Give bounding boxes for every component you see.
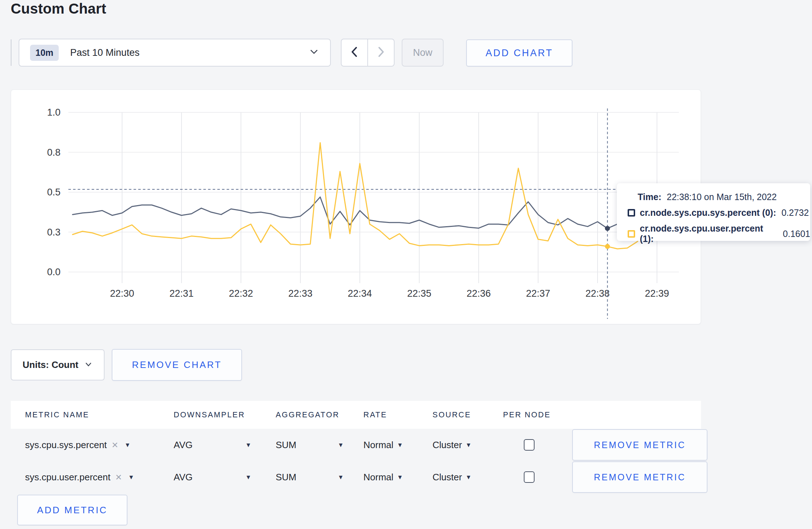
downsampler-value: AVG [174,472,193,483]
header-downsampler: DOWNSAMPLER [174,411,276,419]
rate-value: Normal [363,472,393,483]
svg-text:0.5: 0.5 [47,187,61,198]
downsampler-select[interactable]: AVG ▼ [174,472,276,483]
dropdown-caret-icon: ▼ [245,442,251,448]
metrics-table-header: METRIC NAME DOWNSAMPLER AGGREGATOR RATE … [11,401,701,429]
tooltip-sys-value: 0.2732 [782,208,809,218]
dropdown-caret-icon: ▼ [397,442,403,448]
header-rate: RATE [363,411,432,419]
dropdown-caret-icon: ▼ [338,442,344,448]
remove-metric-button[interactable]: REMOVE METRIC [572,429,707,461]
header-per-node: PER NODE [503,411,561,419]
custom-chart-page: Custom Chart 10m Past 10 Minutes Now ADD… [0,0,812,529]
downsampler-value: AVG [174,440,193,451]
dropdown-caret-icon: ▼ [397,474,403,480]
tooltip-time-label: Time: [638,192,661,202]
units-select[interactable]: Units: Count [11,349,105,380]
chevron-left-icon [350,46,359,59]
header-metric-name: METRIC NAME [25,411,174,419]
tooltip-user-value: 0.1601 [783,229,810,239]
source-select[interactable]: Cluster ▼ [432,440,503,451]
add-metric-button[interactable]: ADD METRIC [17,495,127,525]
svg-text:0.8: 0.8 [47,147,61,158]
tooltip-user-label: cr.node.sys.cpu.user.percent (1): [640,223,778,244]
rate-select[interactable]: Normal ▼ [363,472,432,483]
table-row: sys.cpu.user.percent × ▼ AVG ▼ SUM ▼ Nor… [11,461,701,493]
per-node-checkbox[interactable] [524,471,535,483]
tooltip-time-value: 22:38:10 on Mar 15th, 2022 [667,192,777,202]
aggregator-select[interactable]: SUM ▼ [276,440,363,451]
cpu-usage-chart[interactable]: 0.00.30.50.81.022:3022:3122:3222:3322:34… [11,90,701,325]
svg-text:22:37: 22:37 [526,288,550,299]
aggregator-value: SUM [276,440,296,451]
user-series-swatch-icon [628,230,635,238]
svg-text:0.3: 0.3 [47,227,61,238]
svg-text:0.0: 0.0 [47,267,61,277]
chevron-down-icon [309,48,319,57]
clear-metric-icon[interactable]: × [112,440,118,450]
svg-text:22:35: 22:35 [407,288,431,299]
svg-text:22:30: 22:30 [110,288,134,299]
svg-text:22:31: 22:31 [169,288,194,299]
chevron-down-icon [84,361,93,369]
downsampler-select[interactable]: AVG ▼ [174,440,276,451]
source-select[interactable]: Cluster ▼ [432,472,503,483]
time-step-group [341,39,395,67]
aggregator-value: SUM [276,472,296,483]
prev-time-button[interactable] [342,39,368,66]
dropdown-caret-icon: ▼ [245,474,251,480]
now-button[interactable]: Now [402,39,444,67]
add-chart-button[interactable]: ADD CHART [466,39,572,67]
aggregator-select[interactable]: SUM ▼ [276,472,363,483]
dropdown-caret-icon: ▼ [128,474,134,480]
metric-name-value: sys.cpu.sys.percent [25,440,107,451]
dropdown-caret-icon: ▼ [125,442,131,448]
svg-text:22:39: 22:39 [645,288,669,299]
page-title: Custom Chart [11,1,106,17]
svg-text:1.0: 1.0 [47,107,61,118]
metric-name-select[interactable]: sys.cpu.user.percent × ▼ [25,472,174,483]
time-range-label: Past 10 Minutes [70,47,140,58]
metric-name-select[interactable]: sys.cpu.sys.percent × ▼ [25,440,174,451]
rate-value: Normal [363,440,393,451]
chevron-right-icon [376,46,386,59]
remove-chart-button[interactable]: REMOVE CHART [112,349,242,381]
toolbar-divider [11,39,11,66]
remove-metric-button[interactable]: REMOVE METRIC [572,461,707,493]
next-time-button[interactable] [368,39,394,66]
table-row: sys.cpu.sys.percent × ▼ AVG ▼ SUM ▼ Norm… [11,429,701,461]
dropdown-caret-icon: ▼ [465,442,472,448]
chart-card: 0.00.30.50.81.022:3022:3122:3222:3322:34… [11,89,701,324]
sys-series-swatch-icon [628,209,635,217]
svg-text:22:36: 22:36 [467,288,491,299]
svg-text:22:33: 22:33 [288,288,313,299]
dropdown-caret-icon: ▼ [338,474,344,480]
tooltip-sys-label: cr.node.sys.cpu.sys.percent (0): [640,208,776,218]
source-value: Cluster [432,440,462,451]
per-node-checkbox[interactable] [524,439,535,451]
source-value: Cluster [432,472,462,483]
header-source: SOURCE [432,411,503,419]
svg-text:22:34: 22:34 [348,288,372,299]
svg-text:22:38: 22:38 [585,288,610,299]
rate-select[interactable]: Normal ▼ [363,440,432,451]
time-range-select[interactable]: 10m Past 10 Minutes [19,39,331,67]
metric-name-value: sys.cpu.user.percent [25,472,110,483]
dropdown-caret-icon: ▼ [465,474,472,480]
clear-metric-icon[interactable]: × [115,472,122,482]
time-range-badge: 10m [30,45,59,61]
units-label: Units: Count [23,359,78,370]
header-aggregator: AGGREGATOR [276,411,363,419]
svg-text:22:32: 22:32 [229,288,253,299]
chart-tooltip: Time: 22:38:10 on Mar 15th, 2022 cr.node… [617,183,810,241]
